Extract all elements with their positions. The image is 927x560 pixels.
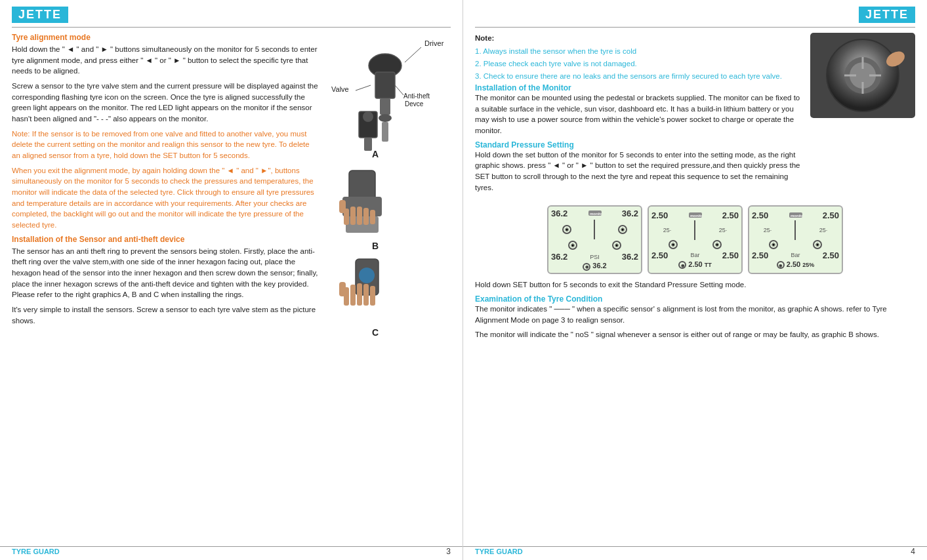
installation-monitor-section: Installation of the Monitor The monitor … [475,83,804,136]
monitor-3-middle: 25∙ 25∙ [752,220,839,240]
monitor-1-vline [594,220,595,239]
tyre-alignment-p1: Hold down the " ◄ " and " ► " buttons si… [12,44,319,77]
monitor-2-br: 2.50 [722,250,739,260]
installation-sensor-p1: The sensor has an anti theft ring to pre… [12,246,319,300]
examination-section: Examination of the Tyre Condition The mo… [475,294,915,344]
monitor-3-bl: 2.50 [752,250,768,260]
monitor-2-tl: 2.50 [651,210,668,220]
monitor-1-sensors-bottom: ◉ ◉ [551,241,638,250]
svg-rect-16 [350,207,356,225]
svg-rect-24 [350,285,356,306]
svg-rect-10 [364,138,372,151]
svg-rect-18 [363,208,369,225]
monitor-1-top: 36.2 monitor 36.2 [551,209,638,218]
left-footer-brand: TYRE GUARD [12,548,60,555]
c-label: C [372,327,379,338]
hold-down-text: Hold down SET button for 5 seconds to ex… [475,279,915,290]
diagram-a-svg: Driver Valve Anti-theft Devce A [326,33,451,164]
tyre-alignment-exit: When you exit the alignment mode, by aga… [12,165,319,231]
monitor-1-bottom-icon: ◉ [583,263,590,271]
right-footer: TYRE GUARD 4 [463,546,927,556]
monitor-2-sensors: ◉ ◉ [651,240,739,249]
svg-rect-8 [382,122,388,142]
left-text-column: Tyre alignment mode Hold down the " ◄ " … [12,33,319,553]
monitor-2-unit: Bar [690,252,699,258]
installation-sensor-p2: It's very simple to install the sensors.… [12,304,319,326]
right-page: JETTE Note: 1. Always install the sensor… [463,0,927,560]
tyre-alignment-section: Tyre alignment mode Hold down the " ◄ " … [12,33,319,231]
monitor-1-sensor-tl: ◉ [562,225,571,234]
svg-rect-25 [357,283,362,306]
left-footer-page: 3 [446,547,451,556]
monitor-2-sub-tl: 25∙ [663,227,672,233]
left-diagram-column: Driver Valve Anti-theft Devce A [326,33,451,553]
note-item-1: 1. Always install the sensor when the ty… [475,46,804,57]
monitor-3-sensors: ◉ ◉ [752,240,839,249]
monitor-1: 36.2 monitor 36.2 ◉ ◉ ◉ ◉ 36.2 [547,205,642,274]
standard-pressure-p: Hold down the set button of the monitor … [475,150,804,193]
monitor-1-label: monitor [588,210,602,216]
monitor-3-br: 2.50 [823,250,839,260]
monitor-3-top: 2.50 monitor 2.50 [752,210,839,220]
monitor-3-bottom: 2.50 Bar 2.50 [752,250,839,260]
standard-pressure-section: Standard Pressure Setting Hold down the … [475,140,804,193]
monitor-2-sensor-br: ◉ [712,240,722,249]
driver-label: Driver [424,39,444,47]
monitor-2: 2.50 monitor 2.50 25∙ 25∙ ◉ ◉ 2.50 [648,205,743,274]
note-section: Note: 1. Always install the sensor when … [475,33,804,82]
left-logo: JETTE [12,7,68,23]
left-page: JETTE Tyre alignment mode Hold down the … [0,0,463,560]
monitor-2-middle: 25∙ 25∙ [651,220,739,240]
tyre-alignment-p2: Screw a sensor to the tyre valve stem an… [12,81,319,125]
monitor-2-bottom-icon: ◉ [678,261,686,269]
diagram-c-svg: C [329,256,434,341]
note-item-2: 2. Please check each tyre valve is not d… [475,58,804,70]
left-header: JETTE [12,7,451,23]
svg-rect-6 [380,98,390,115]
monitor-1-bl: 36.2 [551,252,567,262]
standard-pressure-title: Standard Pressure Setting [475,140,804,150]
b-label: B [372,241,379,251]
monitor-3-sensor-bl: ◉ [769,240,778,249]
svg-rect-27 [370,286,375,306]
tyre-photo-container [810,33,915,197]
monitor-3-tr: 2.50 [823,210,839,220]
monitor-1-unit: PSI [590,254,600,260]
monitor-3-label: monitor [789,212,802,218]
monitor-3-tl: 2.50 [752,210,768,220]
monitor-1-tr: 36.2 [622,209,638,218]
monitor-1-br: 36.2 [622,252,638,262]
monitor-2-label: monitor [689,212,702,218]
monitor-2-suffix: TT [705,262,712,268]
examination-p2: The monitor will indicate the " noS " si… [475,329,915,340]
left-footer: TYRE GUARD 3 [0,546,463,556]
monitor-1-sensor-br: ◉ [612,241,621,250]
monitor-3-icon: monitor [789,212,802,218]
svg-text:monitor: monitor [590,212,602,216]
right-footer-brand: TYRE GUARD [475,548,523,555]
tyre-alignment-title: Tyre alignment mode [12,33,319,42]
installation-sensor-section: Installation of the Sensor and anti-thef… [12,235,319,327]
svg-rect-19 [370,210,375,224]
svg-text:monitor: monitor [690,214,702,218]
right-header: JETTE [475,7,915,23]
monitor-2-footer: ◉ 2.50 TT [678,260,712,270]
monitor-2-sub-tr: 25∙ [719,227,728,233]
tyre-alignment-note: Note: If the sensor is to be removed fro… [12,129,319,161]
component-diagrams: Driver Valve Anti-theft Devce A [326,33,451,413]
monitor-3: 2.50 monitor 2.50 25∙ 25∙ ◉ ◉ 2.50 [748,205,843,274]
monitors-row: 36.2 monitor 36.2 ◉ ◉ ◉ ◉ 36.2 [475,205,915,274]
monitor-2-top: 2.50 monitor 2.50 [651,210,739,220]
note-item-3: 3. Check to ensure there are no leaks an… [475,71,804,82]
examination-p1: The monitor indicates " ─── " when a spe… [475,304,915,325]
installation-monitor-title: Installation of the Monitor [475,83,804,92]
monitor-1-bottom: 36.2 PSI 36.2 [551,252,638,262]
examination-title: Examination of the Tyre Condition [475,294,915,304]
monitor-3-sub-tr: 25∙ [819,227,828,233]
monitor-1-sensor-bl: ◉ [568,241,577,250]
svg-point-7 [379,114,392,122]
svg-point-22 [359,268,375,283]
a-label: A [372,149,379,159]
monitor-2-bl: 2.50 [651,250,668,260]
valve-label: Valve [331,85,349,93]
